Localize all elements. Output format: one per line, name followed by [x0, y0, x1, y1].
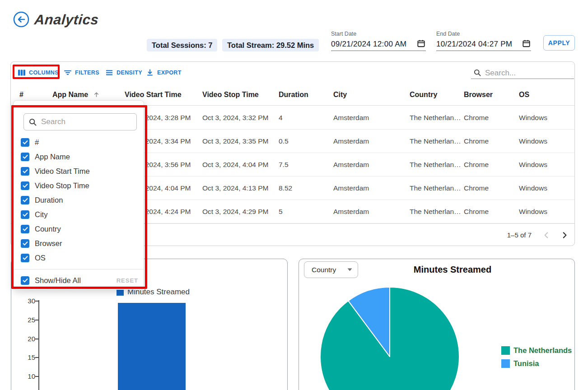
checkbox-checked[interactable]: [21, 167, 29, 176]
density-button-label: DENSITY: [117, 70, 142, 76]
y-axis-tick-label: 15: [20, 354, 35, 361]
pagination-prev-button[interactable]: [540, 229, 553, 241]
cell-city: Amsterdam: [333, 130, 405, 153]
column-toggle-label: Video Start Time: [35, 167, 90, 176]
cell-browser: Chrome: [464, 130, 514, 153]
pie-legend-item-the-netherlands[interactable]: The Netherlands: [501, 346, 572, 355]
columns-button-label: COLUMNS: [29, 70, 59, 76]
column-toggle-item-video-stop-time[interactable]: Video Stop Time: [21, 180, 89, 191]
export-button-label: EXPORT: [157, 70, 182, 76]
column-toggle-label: Duration: [35, 196, 63, 204]
column-toggle-item-app-name[interactable]: App Name: [21, 151, 70, 162]
apply-button[interactable]: APPLY: [543, 35, 575, 51]
cell-os: Windows: [519, 153, 571, 176]
cell-video-stop-time: Oct 3, 2024, 4:13 PM: [202, 176, 274, 200]
analytics-page: Analytics Total Sessions: 7 Total Stream…: [0, 0, 588, 390]
checkbox-checked[interactable]: [21, 181, 29, 190]
column-toggle-label: Country: [35, 225, 61, 233]
column-header-country[interactable]: Country: [410, 84, 460, 106]
cell-city: Amsterdam: [333, 200, 405, 223]
column-toggle-label: Video Stop Time: [35, 181, 89, 190]
back-button[interactable]: [13, 11, 30, 28]
show-hide-all-item[interactable]: Show/Hide All: [21, 275, 81, 286]
export-button[interactable]: EXPORT: [146, 66, 182, 79]
end-date-label: End Date: [436, 31, 460, 37]
cell-video-stop-time: Oct 3, 2024, 4:04 PM: [202, 153, 274, 176]
columns-menu-search-placeholder: Search: [41, 117, 65, 126]
back-arrow-icon: [13, 11, 30, 28]
column-toggle-item-country[interactable]: Country: [21, 223, 61, 234]
end-date-underline: [436, 51, 531, 51]
pie-chart-panel: Country Minutes Streamed The Netherlands…: [299, 259, 575, 390]
pie-legend-item-tunisia[interactable]: Tunisia: [501, 359, 539, 368]
cell-city: Amsterdam: [333, 106, 405, 130]
column-header-os[interactable]: OS: [519, 84, 572, 106]
cell-duration: 4: [279, 106, 329, 130]
table-search-icon: [473, 69, 481, 79]
cell-duration: 5: [279, 200, 329, 223]
columns-button[interactable]: COLUMNS: [18, 66, 59, 79]
checkbox-checked[interactable]: [21, 138, 29, 147]
checkbox-checked[interactable]: [21, 254, 29, 262]
checkbox-checked[interactable]: [21, 153, 29, 161]
cell-os: Windows: [519, 130, 571, 153]
column-toggle-label: App Name: [35, 153, 70, 161]
column-toggle-item-os[interactable]: OS: [21, 252, 46, 263]
column-toggle-item-video-start-time[interactable]: Video Start Time: [21, 166, 90, 176]
show-hide-all-checkbox[interactable]: [21, 276, 29, 285]
table-search-underline: [471, 79, 574, 79]
pie-chart: [299, 259, 575, 390]
y-axis-tick-label: 25: [20, 317, 35, 323]
end-date-input[interactable]: 10/21/2024 04:27 PM: [436, 40, 512, 49]
start-date-calendar-icon[interactable]: [417, 39, 425, 50]
reset-button[interactable]: RESET: [117, 277, 138, 284]
column-header-browser[interactable]: Browser: [464, 84, 515, 106]
cell-city: Amsterdam: [333, 153, 405, 176]
checkbox-checked[interactable]: [21, 210, 29, 219]
column-header-city[interactable]: City: [333, 84, 406, 106]
y-axis-tick-label: 10: [20, 373, 35, 380]
chevron-left-icon: [542, 231, 551, 239]
table-search-input[interactable]: Search...: [485, 69, 516, 78]
cell-os: Windows: [519, 200, 571, 223]
checkbox-checked[interactable]: [21, 196, 29, 204]
y-axis-tick-label: 20: [20, 336, 35, 342]
density-button[interactable]: DENSITY: [105, 66, 142, 79]
legend-label: The Netherlands: [513, 346, 572, 355]
y-axis-tick: [35, 339, 38, 339]
filters-icon: [64, 69, 72, 77]
checkbox-checked[interactable]: [21, 225, 29, 233]
density-icon: [105, 69, 113, 77]
column-toggle-item-duration[interactable]: Duration: [21, 195, 63, 205]
cell-browser: Chrome: [464, 106, 514, 130]
end-date-calendar-icon[interactable]: [522, 39, 531, 50]
y-axis-tick: [35, 376, 38, 377]
cell-browser: Chrome: [464, 200, 514, 223]
legend-swatch: [501, 359, 510, 368]
column-toggle-item-num[interactable]: #: [21, 137, 39, 148]
column-header-video-stop-time[interactable]: Video Stop Time: [202, 84, 275, 106]
page-title: Analytics: [33, 12, 99, 28]
column-header-duration[interactable]: Duration: [279, 84, 330, 106]
show-hide-all-label: Show/Hide All: [35, 276, 81, 285]
cell-duration: 0.5: [279, 130, 329, 153]
cell-country: The Netherlands: [410, 130, 461, 153]
column-toggle-item-browser[interactable]: Browser: [21, 238, 62, 249]
bar-minutes-streamed[interactable]: [118, 303, 186, 390]
checkbox-checked[interactable]: [21, 239, 29, 248]
y-axis-tick: [35, 320, 38, 320]
start-date-input[interactable]: 09/21/2024 12:00 AM: [331, 40, 406, 49]
columns-menu-popover: Search #App NameVideo Start TimeVideo St…: [13, 100, 144, 290]
column-toggle-item-city[interactable]: City: [21, 209, 47, 220]
filters-button-label: FILTERS: [75, 70, 99, 76]
columns-menu-search[interactable]: Search: [23, 113, 137, 130]
cell-duration: 7.5: [279, 153, 329, 176]
cell-country: The Netherlands: [410, 153, 461, 176]
y-axis-tick: [35, 357, 38, 358]
cell-os: Windows: [519, 106, 571, 130]
y-axis-line: [38, 300, 39, 390]
filters-button[interactable]: FILTERS: [64, 66, 99, 79]
start-date-label: Start Date: [331, 31, 356, 37]
pagination-next-button[interactable]: [558, 229, 571, 241]
cell-duration: 8.52: [279, 176, 329, 200]
